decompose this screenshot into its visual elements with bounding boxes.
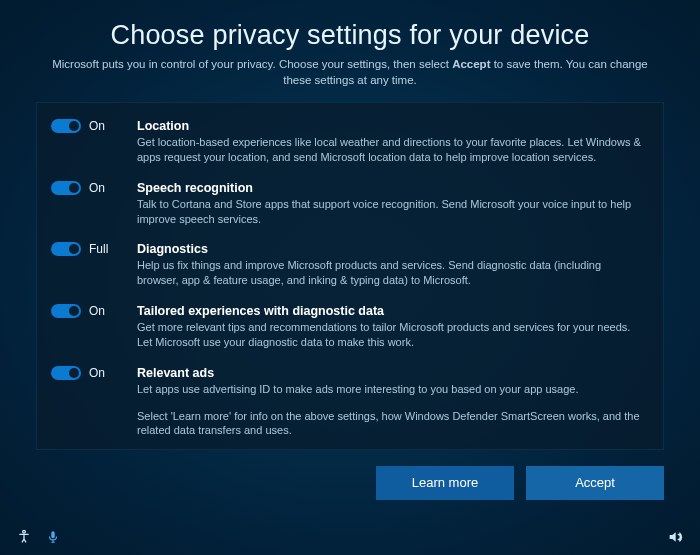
svg-rect-1 — [51, 531, 55, 538]
setting-title: Diagnostics — [137, 242, 641, 256]
setting-title: Location — [137, 119, 641, 133]
toggle-tailored[interactable] — [51, 304, 81, 318]
setting-row-speech: On Speech recognition Talk to Cortana an… — [51, 181, 641, 227]
page-title: Choose privacy settings for your device — [36, 20, 664, 51]
volume-icon[interactable] — [666, 529, 684, 545]
settings-panel: On Location Get location-based experienc… — [36, 102, 664, 450]
ease-of-access-icon[interactable] — [16, 529, 32, 545]
setting-desc: Get location-based experiences like loca… — [137, 135, 641, 165]
page-subtitle: Microsoft puts you in control of your pr… — [45, 57, 655, 88]
toggle-location[interactable] — [51, 119, 81, 133]
privacy-setup-screen: Choose privacy settings for your device … — [0, 0, 700, 555]
toggle-label: On — [89, 304, 105, 318]
setting-desc: Let apps use advertising ID to make ads … — [137, 382, 641, 397]
toggle-ads[interactable] — [51, 366, 81, 380]
toggle-speech[interactable] — [51, 181, 81, 195]
toggle-label: Full — [89, 242, 108, 256]
learn-more-button[interactable]: Learn more — [376, 466, 514, 500]
button-row: Learn more Accept — [36, 466, 664, 500]
taskbar — [0, 519, 700, 555]
toggle-diagnostics[interactable] — [51, 242, 81, 256]
setting-title: Relevant ads — [137, 366, 641, 380]
setting-row-ads: On Relevant ads Let apps use advertising… — [51, 366, 641, 439]
setting-desc: Get more relevant tips and recommendatio… — [137, 320, 641, 350]
setting-title: Tailored experiences with diagnostic dat… — [137, 304, 641, 318]
setting-desc: Help us fix things and improve Microsoft… — [137, 258, 641, 288]
setting-title: Speech recognition — [137, 181, 641, 195]
toggle-label: On — [89, 119, 105, 133]
setting-row-tailored: On Tailored experiences with diagnostic … — [51, 304, 641, 350]
setting-desc: Talk to Cortana and Store apps that supp… — [137, 197, 641, 227]
toggle-label: On — [89, 181, 105, 195]
setting-row-diagnostics: Full Diagnostics Help us fix things and … — [51, 242, 641, 288]
svg-point-0 — [23, 530, 26, 533]
toggle-label: On — [89, 366, 105, 380]
accept-button[interactable]: Accept — [526, 466, 664, 500]
cortana-mic-icon[interactable] — [46, 528, 60, 546]
footnote: Select 'Learn more' for info on the abov… — [137, 409, 641, 439]
setting-row-location: On Location Get location-based experienc… — [51, 119, 641, 165]
